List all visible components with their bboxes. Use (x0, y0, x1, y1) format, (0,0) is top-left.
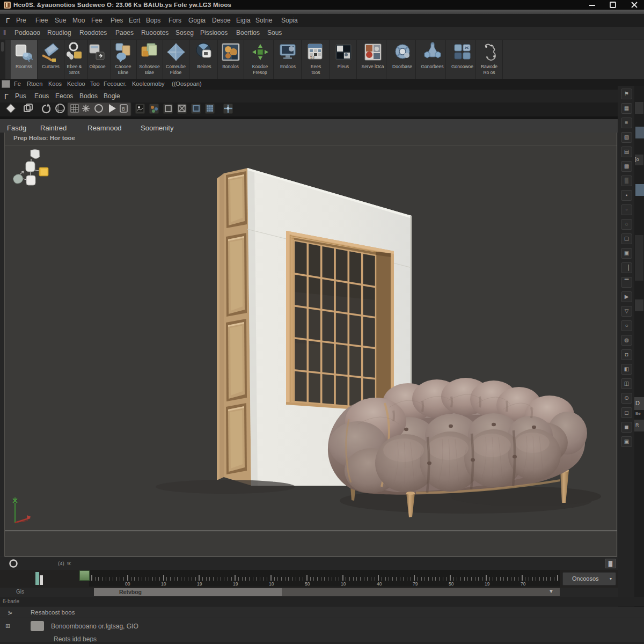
svg-text:B: B (122, 106, 125, 112)
svg-text:53: 53 (310, 55, 314, 59)
